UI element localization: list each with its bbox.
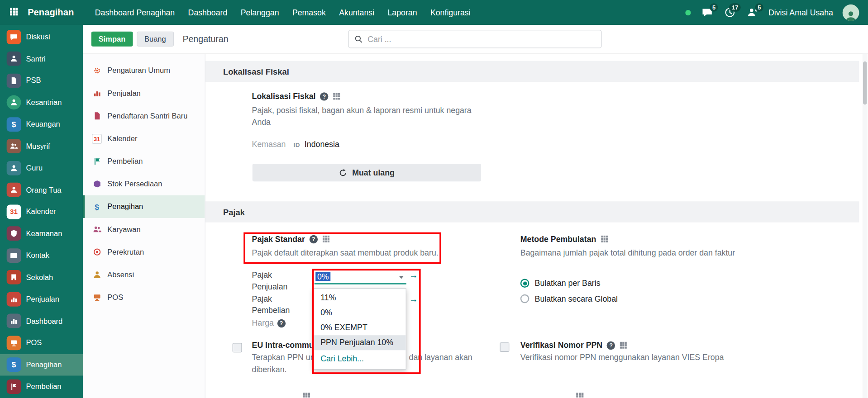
nav-menu-laporan[interactable]: Laporan	[381, 0, 424, 25]
sidebar-item-santri[interactable]: Santri	[0, 48, 83, 70]
sidebar-item-psb[interactable]: PSB	[0, 70, 83, 91]
search-more-option[interactable]: Cari Lebih...	[314, 350, 406, 367]
settings-nav-item-absensi[interactable]: Absensi	[83, 263, 205, 286]
sidebar-item-kesantrian[interactable]: Kesantrian	[0, 91, 83, 113]
radio-round-per-line[interactable]: Bulatkan per Baris	[520, 279, 601, 288]
settings-nav-item-perekrutan[interactable]: Perekrutan	[83, 241, 205, 263]
settings-nav-item-pengaturan-umum[interactable]: Pengaturan Umum	[83, 59, 205, 82]
chart-icon	[7, 292, 21, 307]
reload-button-label: Muat ulang	[352, 168, 395, 177]
nav-menu-pelanggan[interactable]: Pelanggan	[234, 0, 286, 25]
sidebar-item-label: Pembelian	[26, 383, 61, 391]
search-icon	[354, 35, 362, 43]
company-switcher[interactable]: Divisi Amal Usaha	[768, 8, 833, 17]
settings-nav-item-pembelian[interactable]: Pembelian	[83, 150, 205, 172]
package-value[interactable]: Indonesia	[305, 140, 339, 149]
messages-button[interactable]: 5	[701, 6, 714, 19]
settings-nav-item-pos[interactable]: POS	[83, 286, 205, 308]
sidebar-item-penjualan[interactable]: Penjualan	[0, 288, 83, 310]
help-icon[interactable]: ?	[277, 319, 285, 327]
calendar-icon: 31	[7, 204, 21, 219]
fiscal-package-row: Kemasan ID Indonesia	[252, 140, 339, 149]
person-icon	[7, 95, 21, 110]
person-icon	[7, 52, 21, 66]
viewport: Penagihan Dashboard PenagihanDashboardPe…	[0, 0, 868, 398]
nav-menu-dashboard[interactable]: Dashboard	[181, 0, 234, 25]
sidebar-item-keamanan[interactable]: Keamanan	[0, 223, 83, 244]
sidebar-item-label: Guru	[26, 164, 43, 172]
sidebar-item-dashboard[interactable]: Dashboard	[0, 310, 83, 332]
nav-menu-konfigurasi[interactable]: Konfigurasi	[424, 0, 477, 25]
sales-tax-internal-link-arrow[interactable]: →	[409, 270, 418, 280]
discard-button[interactable]: Buang	[137, 32, 174, 47]
dropdown-option-11[interactable]: 11%	[314, 290, 406, 305]
settings-nav-label: Karyawan	[107, 225, 140, 233]
status-dot	[686, 9, 691, 15]
reload-button[interactable]: Muat ulang	[253, 164, 481, 181]
sidebar-item-penagihan[interactable]: $Penagihan	[0, 354, 83, 375]
purchase-tax-internal-link-arrow[interactable]: →	[409, 294, 418, 304]
sidebar-item-orang-tua[interactable]: Orang Tua	[0, 179, 83, 201]
sidebar-item-pos[interactable]: POS	[0, 332, 83, 354]
eu-intra-checkbox[interactable]	[233, 343, 242, 352]
settings-nav-item-karyawan[interactable]: Karyawan	[83, 218, 205, 241]
sidebar-item-label: Orang Tua	[26, 186, 61, 194]
save-button[interactable]: Simpan	[91, 32, 133, 47]
scrollbar-thumb[interactable]	[863, 62, 867, 104]
fiscal-localization-setting: Lokalisasi Fiskal ? Pajak, posisi fiskal…	[252, 92, 490, 128]
sidebar-item-sekolah[interactable]: Sekolah	[0, 266, 83, 288]
dropdown-option-0[interactable]: 0%	[314, 305, 406, 320]
app-window: Penagihan Dashboard PenagihanDashboardPe…	[0, 0, 868, 398]
sales-tax-select[interactable]: 0%	[315, 270, 406, 284]
sidebar-item-keuangan[interactable]: $Keuangan	[0, 114, 83, 135]
settings-nav-label: Penjualan	[107, 89, 140, 97]
nav-menu-akuntansi[interactable]: Akuntansi	[333, 0, 381, 25]
caret-down-icon	[399, 276, 404, 279]
sidebar-item-pembelian[interactable]: Pembelian	[0, 376, 83, 398]
calendar-icon: 31	[92, 133, 102, 143]
sidebar-item-label: Sekolah	[26, 273, 53, 281]
help-icon[interactable]: ?	[607, 341, 615, 349]
settings-nav-item-kalender[interactable]: 31Kalender	[83, 127, 205, 150]
settings-nav-item-penjualan[interactable]: Penjualan	[83, 82, 205, 104]
section-header-tax: Pajak	[205, 201, 859, 222]
user-avatar[interactable]	[843, 4, 859, 21]
refresh-icon	[339, 168, 347, 176]
app-brand[interactable]: Penagihan	[28, 7, 74, 18]
messages-badge: 5	[710, 3, 718, 12]
radio-round-globally[interactable]: Bulatkan secara Global	[520, 294, 618, 303]
sidebar-item-kontak[interactable]: Kontak	[0, 245, 83, 266]
setting-title: Metode Pembulatan	[520, 235, 596, 244]
sidebar-item-diskusi[interactable]: Diskusi	[0, 26, 83, 47]
settings-nav-item-stok-persediaan[interactable]: Stok Persediaan	[83, 173, 205, 195]
sidebar-item-label: Musyrif	[26, 142, 50, 150]
shield-icon	[7, 227, 21, 241]
settings-nav-item-penagihan[interactable]: $Penagihan	[83, 195, 205, 218]
dropdown-option-0-exempt[interactable]: 0% EXEMPT	[314, 320, 406, 335]
sidebar-item-label: Kalender	[26, 208, 56, 216]
search-input[interactable]	[367, 34, 596, 43]
sidebar-item-label: Diskusi	[26, 33, 50, 41]
apps-menu-button[interactable]	[5, 4, 22, 21]
sidebar-item-kalender[interactable]: 31Kalender	[0, 201, 83, 223]
sidebar-item-musyrif[interactable]: Musyrif	[0, 135, 83, 157]
scrollbar[interactable]	[863, 54, 868, 398]
help-icon[interactable]: ?	[310, 235, 318, 243]
pos-icon	[92, 292, 102, 302]
vat-verify-setting: Verifikasi Nomor PPN ? Verifikasi nomor …	[520, 341, 863, 364]
activities-button[interactable]: 17	[723, 6, 736, 19]
sidebar-item-guru[interactable]: Guru	[0, 157, 83, 179]
section-header-fiscal-localization: Lokalisasi Fiskal	[205, 61, 859, 82]
contact-requests-button[interactable]: 5	[746, 6, 759, 19]
sidebar-item-label: Keuangan	[26, 120, 60, 128]
search-box[interactable]	[348, 30, 601, 48]
nav-menu-pemasok[interactable]: Pemasok	[286, 0, 332, 25]
help-icon[interactable]: ?	[320, 92, 328, 100]
settings-nav-label: POS	[107, 293, 123, 301]
nav-menu-dashboard-penagihan[interactable]: Dashboard Penagihan	[88, 0, 181, 25]
settings-nav-item-pendaftaran-santri-baru[interactable]: Pendaftaran Santri Baru	[83, 104, 205, 127]
setting-description: Pajak, posisi fiskal, bagan akun & lapor…	[252, 104, 490, 128]
vat-verify-checkbox[interactable]	[500, 342, 510, 352]
dropdown-option-ppn-penjualan-10[interactable]: PPN Penjualan 10%	[314, 335, 406, 350]
settings-nav-label: Absensi	[107, 270, 134, 279]
